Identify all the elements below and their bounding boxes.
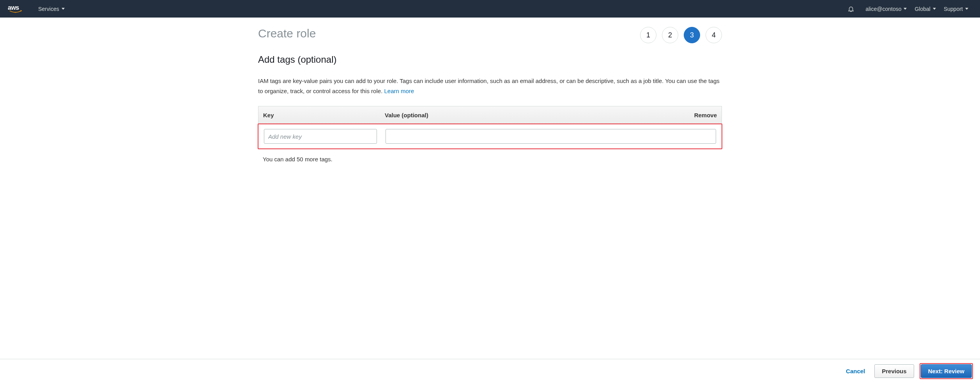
top-nav: aws Services alice@contoso Global Suppor… — [0, 0, 980, 18]
step-4[interactable]: 4 — [706, 27, 722, 43]
user-menu[interactable]: alice@contoso — [861, 6, 911, 12]
page-subtitle: Add tags (optional) — [258, 54, 722, 65]
learn-more-link[interactable]: Learn more — [384, 88, 414, 94]
tags-header-row: Key Value (optional) Remove — [258, 106, 722, 124]
aws-logo-text: aws — [8, 4, 19, 11]
header-key: Key — [263, 112, 385, 118]
tag-input-row — [259, 125, 721, 148]
header-value: Value (optional) — [385, 112, 686, 118]
step-1[interactable]: 1 — [640, 27, 656, 43]
services-label: Services — [38, 6, 59, 12]
chevron-down-icon — [933, 8, 936, 10]
tag-value-input[interactable] — [386, 129, 716, 144]
highlighted-input-row — [258, 124, 722, 149]
step-3[interactable]: 3 — [684, 27, 700, 43]
chevron-down-icon — [904, 8, 907, 10]
header-remove: Remove — [686, 112, 717, 118]
tag-key-input[interactable] — [264, 129, 377, 144]
description-body: IAM tags are key-value pairs you can add… — [258, 78, 720, 94]
tag-count-hint: You can add 50 more tags. — [263, 156, 722, 162]
tags-table: Key Value (optional) Remove — [258, 106, 722, 149]
step-2[interactable]: 2 — [662, 27, 678, 43]
page-title: Create role — [258, 27, 316, 40]
chevron-down-icon — [62, 8, 65, 10]
user-label: alice@contoso — [865, 6, 901, 12]
main-content: Create role 1 2 3 4 Add tags (optional) … — [258, 18, 722, 162]
support-menu[interactable]: Support — [940, 6, 972, 12]
services-menu[interactable]: Services — [34, 6, 69, 12]
bell-icon[interactable] — [847, 5, 854, 12]
chevron-down-icon — [965, 8, 968, 10]
wizard-steps: 1 2 3 4 — [640, 27, 722, 43]
description-text: IAM tags are key-value pairs you can add… — [258, 76, 722, 96]
support-label: Support — [944, 6, 963, 12]
region-menu[interactable]: Global — [911, 6, 939, 12]
region-label: Global — [915, 6, 930, 12]
aws-logo[interactable]: aws — [8, 4, 23, 13]
